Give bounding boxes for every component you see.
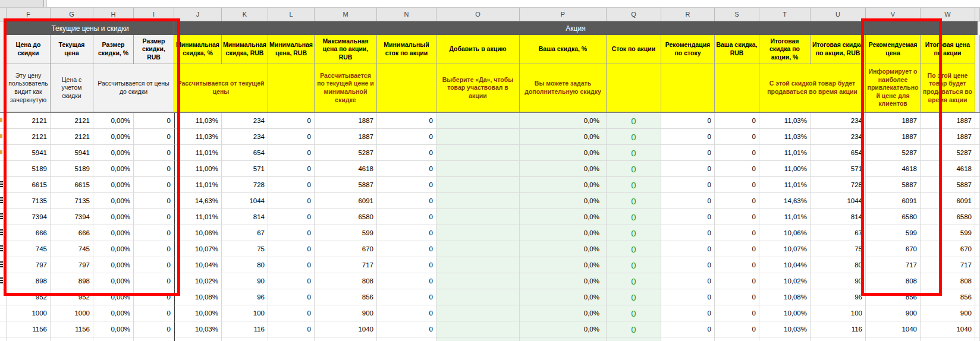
cell-I-r10[interactable]: 0	[134, 257, 174, 273]
cell-H-r10[interactable]: 0,00%	[93, 257, 134, 273]
cell-K-r14[interactable]: 116	[222, 321, 268, 337]
cell-J-r4[interactable]: 11,00%	[174, 161, 222, 177]
column-header-e-sliver[interactable]	[0, 8, 7, 21]
cell-Q-r10[interactable]: 0	[607, 257, 661, 273]
cell-M-r2[interactable]: 1887	[315, 129, 377, 145]
cell-L-r5[interactable]: 0	[268, 177, 315, 193]
column-header-R[interactable]: R	[661, 8, 715, 21]
cell-V-r4[interactable]: 4618	[866, 161, 921, 177]
cell-J-r12[interactable]: 10,08%	[174, 289, 222, 305]
cell-T-r1[interactable]: 11,03%	[759, 113, 811, 129]
cell-O-r11[interactable]	[436, 273, 520, 289]
cell-W-r9[interactable]: 670	[921, 241, 975, 257]
field-header-I[interactable]: Размер скидки, RUB	[134, 35, 174, 64]
cell-T-r14[interactable]: 10,03%	[759, 321, 811, 337]
cell-F-partial[interactable]	[7, 337, 51, 341]
cell-T-r3[interactable]: 11,01%	[759, 145, 811, 161]
field-header-W[interactable]: Итоговая цена по акции	[921, 35, 975, 64]
cell-L-r6[interactable]: 0	[268, 193, 315, 209]
column-header-H[interactable]: H	[93, 8, 134, 21]
field-header-V[interactable]: Рекомендуемая цена	[866, 35, 921, 64]
field-header-J[interactable]: Минимальная скидка, %	[174, 35, 222, 64]
cell-G-r11[interactable]: 898	[51, 273, 93, 289]
cell-L-r4[interactable]: 0	[268, 161, 315, 177]
field-header-U[interactable]: Итоговая скидка по акции, RUB	[811, 35, 866, 64]
cell-H-r8[interactable]: 0,00%	[93, 225, 134, 241]
cell-G-r2[interactable]: 2121	[51, 129, 93, 145]
field-header-P[interactable]: Ваша скидка, %	[520, 35, 607, 64]
cell-L-r1[interactable]: 0	[268, 113, 315, 129]
cell-F-r11[interactable]: 898	[7, 273, 51, 289]
cell-V-r5[interactable]: 5887	[866, 177, 921, 193]
cell-M-r14[interactable]: 1040	[315, 321, 377, 337]
cell-H-r4[interactable]: 0,00%	[93, 161, 134, 177]
cell-I-r6[interactable]: 0	[134, 193, 174, 209]
cell-W-r11[interactable]: 808	[921, 273, 975, 289]
cell-V-r13[interactable]: 900	[866, 305, 921, 321]
column-header-N[interactable]: N	[377, 8, 436, 21]
cell-P-r13[interactable]: 0,0%	[520, 305, 607, 321]
cell-U-r2[interactable]: 234	[811, 129, 866, 145]
column-header-Q[interactable]: Q	[607, 8, 661, 21]
cell-F-r14[interactable]: 1156	[7, 321, 51, 337]
cell-W-r6[interactable]: 6091	[921, 193, 975, 209]
field-header-O[interactable]: Добавить в акцию	[436, 35, 520, 64]
cell-I-r2[interactable]: 0	[134, 129, 174, 145]
cell-Q-r3[interactable]: 0	[607, 145, 661, 161]
cell-Q-r14[interactable]: 0	[607, 321, 661, 337]
cell-J-r10[interactable]: 10,04%	[174, 257, 222, 273]
cell-T-r6[interactable]: 14,63%	[759, 193, 811, 209]
cell-K-r9[interactable]: 75	[222, 241, 268, 257]
cell-G-r7[interactable]: 7394	[51, 209, 93, 225]
cell-S-r6[interactable]: 0	[715, 193, 759, 209]
cell-K-r7[interactable]: 814	[222, 209, 268, 225]
cell-F-r6[interactable]: 7135	[7, 193, 51, 209]
cell-V-r6[interactable]: 6091	[866, 193, 921, 209]
cell-I-r5[interactable]: 0	[134, 177, 174, 193]
cell-Q-r1[interactable]: 0	[607, 113, 661, 129]
cell-F-r3[interactable]: 5941	[7, 145, 51, 161]
cell-F-r5[interactable]: 6615	[7, 177, 51, 193]
field-desc-O[interactable]: Выберите «Да», чтобы товар участвовал в …	[436, 64, 520, 112]
cell-H-r11[interactable]: 0,00%	[93, 273, 134, 289]
cell-J-r11[interactable]: 10,02%	[174, 273, 222, 289]
cell-F-r10[interactable]: 797	[7, 257, 51, 273]
cell-U-r5[interactable]: 728	[811, 177, 866, 193]
cell-N-r5[interactable]: 0	[377, 177, 436, 193]
cell-U-r9[interactable]: 75	[811, 241, 866, 257]
cell-I-r4[interactable]: 0	[134, 161, 174, 177]
cell-W-partial[interactable]	[921, 337, 975, 341]
formula-bar[interactable]	[46, 0, 980, 7]
cell-O-r7[interactable]	[436, 209, 520, 225]
cell-O-r9[interactable]	[436, 241, 520, 257]
cell-N-r7[interactable]: 0	[377, 209, 436, 225]
cell-N-r8[interactable]: 0	[377, 225, 436, 241]
cell-F-r4[interactable]: 5189	[7, 161, 51, 177]
cell-W-r8[interactable]: 599	[921, 225, 975, 241]
cell-J-partial[interactable]	[174, 337, 222, 341]
cell-T-r7[interactable]: 11,01%	[759, 209, 811, 225]
cell-R-r9[interactable]: 0	[661, 241, 715, 257]
cell-P-r7[interactable]: 0,0%	[520, 209, 607, 225]
cell-P-r6[interactable]: 0,0%	[520, 193, 607, 209]
cell-V-r11[interactable]: 808	[866, 273, 921, 289]
cell-M-r12[interactable]: 856	[315, 289, 377, 305]
cell-U-r11[interactable]: 90	[811, 273, 866, 289]
cell-P-r11[interactable]: 0,0%	[520, 273, 607, 289]
cell-Q-r7[interactable]: 0	[607, 209, 661, 225]
cell-V-r2[interactable]: 1887	[866, 129, 921, 145]
cell-H-r2[interactable]: 0,00%	[93, 129, 134, 145]
cell-L-r12[interactable]: 0	[268, 289, 315, 305]
cell-J-r2[interactable]: 11,03%	[174, 129, 222, 145]
cell-O-r13[interactable]	[436, 305, 520, 321]
cell-N-r6[interactable]: 0	[377, 193, 436, 209]
cell-S-r8[interactable]: 0	[715, 225, 759, 241]
cell-L-r3[interactable]: 0	[268, 145, 315, 161]
column-header-x-sliver[interactable]	[975, 8, 980, 21]
field-desc-V[interactable]: Информирует о наиболее привлекательной ц…	[866, 64, 921, 112]
cell-K-r4[interactable]: 571	[222, 161, 268, 177]
cell-M-r10[interactable]: 717	[315, 257, 377, 273]
cell-O-partial[interactable]	[436, 337, 520, 341]
cell-H-partial[interactable]	[93, 337, 134, 341]
cell-I-r7[interactable]: 0	[134, 209, 174, 225]
